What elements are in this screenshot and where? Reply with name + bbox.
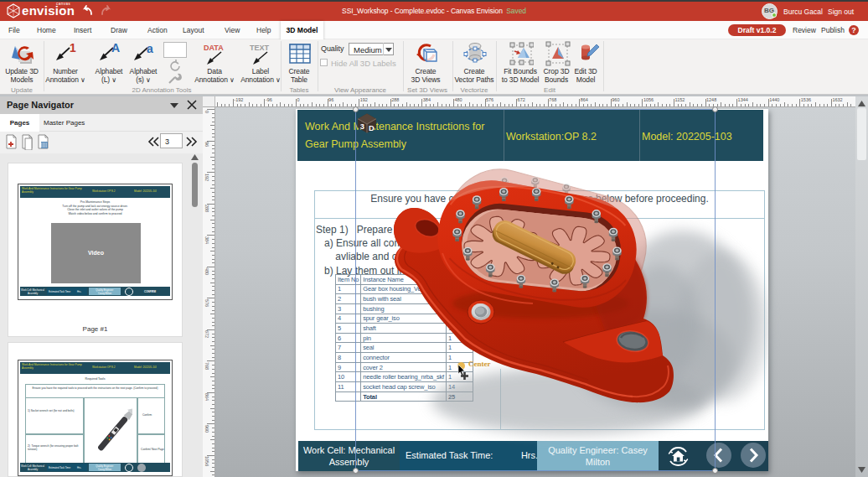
svg-text:D: D xyxy=(369,124,375,132)
svg-text:DATA: DATA xyxy=(204,44,224,52)
svg-text:3: 3 xyxy=(360,122,364,131)
svg-text:A: A xyxy=(111,41,120,54)
svg-text:TEXT: TEXT xyxy=(250,44,270,52)
svg-text:a: a xyxy=(147,42,153,55)
svg-text:1: 1 xyxy=(70,41,76,54)
